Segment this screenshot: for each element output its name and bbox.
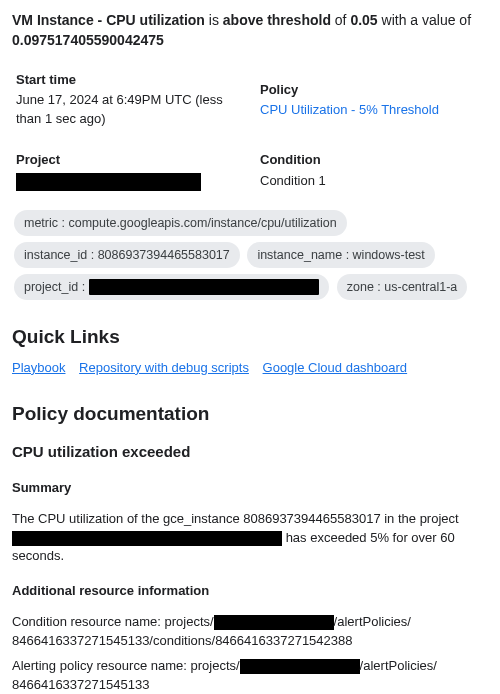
chip-project-id-prefix: project_id : [24, 278, 85, 296]
project-label: Project [16, 151, 244, 170]
condition-resource-line: Condition resource name: projects//alert… [12, 613, 488, 651]
policy-block: Policy CPU Utilization - 5% Threshold [260, 71, 488, 130]
chip-zone: zone : us-central1-a [337, 274, 467, 300]
policy-doc-heading: Policy documentation [12, 400, 488, 428]
summary-project-redacted [12, 531, 282, 546]
project-redacted [16, 173, 201, 191]
repo-link[interactable]: Repository with debug scripts [79, 360, 249, 375]
dashboard-link[interactable]: Google Cloud dashboard [263, 360, 408, 375]
condition-label: Condition [260, 151, 488, 170]
chip-project-id-redacted [89, 279, 319, 295]
headline-value: 0.097517405590042475 [12, 32, 164, 48]
label-chips: metric : compute.googleapis.com/instance… [12, 205, 488, 305]
start-time-block: Start time June 17, 2024 at 6:49PM UTC (… [16, 71, 244, 130]
policy-label: Policy [260, 81, 488, 100]
start-time-value: June 17, 2024 at 6:49PM UTC (less than 1… [16, 91, 244, 129]
pol-project-redacted [240, 659, 360, 674]
chip-instance-id: instance_id : 8086937394465583017 [14, 242, 240, 268]
summary-heading: Summary [12, 479, 488, 498]
policy-resource-line: Alerting policy resource name: projects/… [12, 657, 488, 694]
chip-project-id: project_id : [14, 274, 329, 300]
policy-link[interactable]: CPU Utilization - 5% Threshold [260, 102, 439, 117]
quick-links: Playbook Repository with debug scripts G… [12, 359, 488, 378]
condition-block: Condition Condition 1 [260, 151, 488, 191]
headline-state: above threshold [223, 12, 331, 28]
playbook-link[interactable]: Playbook [12, 360, 65, 375]
condition-value: Condition 1 [260, 172, 488, 191]
headline-threshold: 0.05 [350, 12, 377, 28]
start-time-label: Start time [16, 71, 244, 90]
cond-project-redacted [214, 615, 334, 630]
doc-subheading: CPU utilization exceeded [12, 441, 488, 463]
quick-links-heading: Quick Links [12, 323, 488, 351]
chip-instance-name: instance_name : windows-test [247, 242, 434, 268]
metadata-grid: Start time June 17, 2024 at 6:49PM UTC (… [12, 69, 488, 205]
summary-text: The CPU utilization of the gce_instance … [12, 510, 488, 567]
headline-resource: VM Instance - CPU utilization [12, 12, 205, 28]
chip-metric: metric : compute.googleapis.com/instance… [14, 210, 347, 236]
project-block: Project [16, 151, 244, 191]
additional-info-heading: Additional resource information [12, 582, 488, 601]
alert-headline: VM Instance - CPU utilization is above t… [12, 10, 488, 51]
